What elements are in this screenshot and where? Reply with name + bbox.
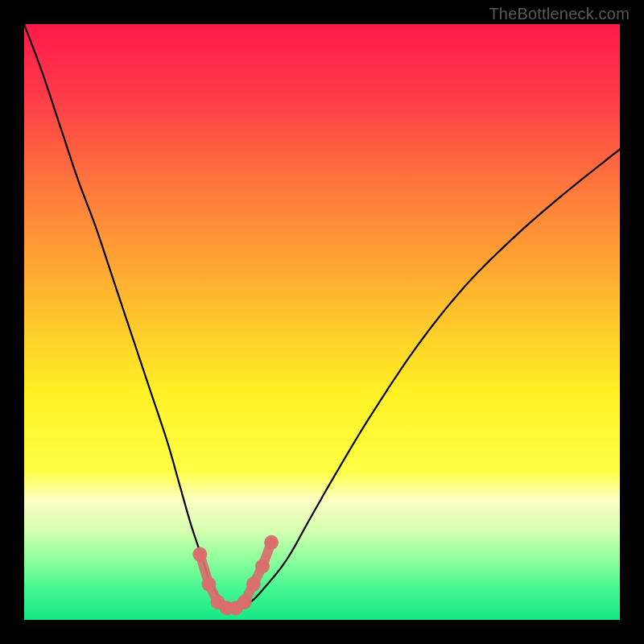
chart-svg bbox=[24, 24, 620, 620]
svg-point-9 bbox=[264, 535, 279, 550]
watermark-text: TheBottleneck.com bbox=[489, 5, 630, 23]
svg-point-1 bbox=[192, 547, 207, 562]
bottleneck-curve bbox=[24, 24, 620, 609]
highlight-markers bbox=[192, 535, 279, 615]
svg-point-7 bbox=[246, 577, 261, 592]
svg-point-6 bbox=[237, 595, 252, 609]
svg-point-2 bbox=[201, 577, 216, 592]
svg-point-8 bbox=[255, 559, 270, 573]
plot-area bbox=[24, 24, 620, 620]
chart-frame: TheBottleneck.com bbox=[0, 0, 644, 644]
